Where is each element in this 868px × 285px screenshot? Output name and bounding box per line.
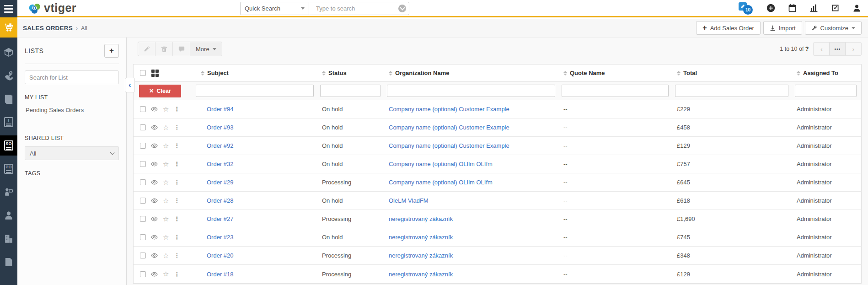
kebab-menu-icon[interactable]: ⋮ — [174, 197, 180, 204]
row-checkbox[interactable] — [140, 271, 146, 277]
filter-input-total[interactable] — [675, 85, 788, 97]
kebab-menu-icon[interactable]: ⋮ — [174, 271, 180, 278]
grid-view-icon[interactable] — [151, 70, 159, 77]
select-all-checkbox[interactable] — [140, 70, 146, 76]
rail-item-invoices[interactable]: $ — [0, 89, 17, 109]
table-row[interactable]: ☆ ⋮ Order #20 Processing neregistrovaný … — [134, 247, 861, 265]
column-header-assigned[interactable]: Assigned To — [793, 70, 861, 76]
breadcrumb-module[interactable]: SALES ORDERS — [23, 25, 73, 32]
notifications-button[interactable]: 10 — [739, 1, 754, 15]
star-icon[interactable]: ☆ — [163, 124, 169, 132]
sidebar-collapse-toggle[interactable]: ‹ — [125, 78, 135, 92]
table-row[interactable]: ☆ ⋮ Order #94 On hold Company name (opti… — [134, 100, 861, 118]
search-options-chevron-icon[interactable] — [398, 5, 406, 12]
preview-eye-icon[interactable] — [151, 272, 158, 277]
subject-link[interactable]: Order #20 — [207, 252, 234, 259]
comment-button[interactable] — [173, 42, 190, 56]
kebab-menu-icon[interactable]: ⋮ — [174, 106, 180, 113]
clear-filters-button[interactable]: ✕Clear — [139, 85, 181, 97]
organization-link[interactable]: neregistrovaný zákazník — [389, 271, 453, 278]
star-icon[interactable]: ☆ — [163, 142, 169, 150]
star-icon[interactable]: ☆ — [163, 233, 169, 242]
filter-input-status[interactable] — [320, 85, 380, 97]
column-header-status[interactable]: Status — [318, 70, 385, 76]
breadcrumb-view[interactable]: All — [81, 25, 87, 32]
search-input[interactable] — [316, 5, 396, 12]
column-header-total[interactable]: Total — [673, 70, 793, 76]
kebab-menu-icon[interactable]: ⋮ — [174, 179, 180, 186]
preview-eye-icon[interactable] — [151, 253, 158, 258]
preview-eye-icon[interactable] — [151, 180, 158, 185]
preview-eye-icon[interactable] — [151, 235, 158, 240]
rail-item-sales-cart[interactable] — [0, 17, 17, 38]
organization-link[interactable]: Company name (optional) OLIlm OLIfm — [389, 161, 493, 167]
subject-link[interactable]: Order #29 — [207, 179, 234, 186]
kebab-menu-icon[interactable]: ⋮ — [174, 234, 180, 241]
star-icon[interactable]: ☆ — [163, 178, 169, 187]
rail-item-sales-orders[interactable]: SO — [0, 135, 17, 156]
preview-eye-icon[interactable] — [151, 198, 158, 203]
rail-item-organizations[interactable] — [0, 229, 17, 249]
page-jump-button[interactable]: ••• — [829, 43, 846, 55]
row-checkbox[interactable] — [140, 143, 146, 149]
column-header-subject[interactable]: Subject — [194, 70, 318, 76]
organization-link[interactable]: neregistrovaný zákazník — [389, 234, 453, 241]
filter-input-subject[interactable] — [196, 85, 314, 97]
subject-link[interactable]: Order #27 — [207, 215, 234, 222]
table-row[interactable]: ☆ ⋮ Order #32 On hold Company name (opti… — [134, 155, 861, 173]
rail-item-products[interactable] — [0, 42, 17, 62]
user-menu-button[interactable] — [852, 3, 862, 13]
star-icon[interactable]: ☆ — [163, 197, 169, 205]
tasks-button[interactable] — [830, 3, 840, 13]
preview-eye-icon[interactable] — [151, 216, 158, 221]
list-search-input[interactable] — [25, 70, 119, 84]
next-page-button[interactable]: › — [846, 43, 861, 55]
table-row[interactable]: ☆ ⋮ Order #28 On hold OleLM VladFM -- £6… — [134, 192, 861, 210]
vtiger-logo[interactable]: vtiger — [27, 1, 76, 15]
organization-link[interactable]: neregistrovaný zákazník — [389, 215, 453, 222]
filter-input-assigned[interactable] — [795, 85, 857, 97]
list-item-pending-sales-orders[interactable]: Pending Sales Orders — [25, 107, 119, 113]
rail-item-services[interactable] — [0, 65, 17, 86]
subject-link[interactable]: Order #28 — [207, 197, 234, 204]
table-row[interactable]: ☆ ⋮ Order #27 Processing neregistrovaný … — [134, 210, 861, 228]
filter-input-quote[interactable] — [562, 85, 669, 97]
column-header-organization[interactable]: Organization Name — [385, 70, 560, 76]
kebab-menu-icon[interactable]: ⋮ — [174, 215, 180, 222]
reports-button[interactable] — [809, 3, 819, 13]
prev-page-button[interactable]: ‹ — [814, 43, 829, 55]
kebab-menu-icon[interactable]: ⋮ — [174, 252, 180, 259]
quick-search-dropdown[interactable]: Quick Search — [241, 2, 309, 15]
subject-link[interactable]: Order #92 — [207, 142, 234, 149]
row-checkbox[interactable] — [140, 234, 146, 240]
star-icon[interactable]: ☆ — [163, 252, 169, 260]
quick-create-button[interactable] — [766, 3, 776, 13]
table-row[interactable]: ☆ ⋮ Order #92 On hold Company name (opti… — [134, 137, 861, 155]
star-icon[interactable]: ☆ — [163, 160, 169, 168]
customize-button[interactable]: Customize — [805, 21, 862, 35]
subject-link[interactable]: Order #18 — [207, 271, 234, 278]
add-sales-order-button[interactable]: + Add Sales Order — [696, 21, 760, 35]
row-checkbox[interactable] — [140, 253, 146, 258]
table-row[interactable]: ☆ ⋮ Order #23 On hold neregistrovaný zák… — [134, 228, 861, 247]
preview-eye-icon[interactable] — [151, 107, 158, 112]
kebab-menu-icon[interactable]: ⋮ — [174, 124, 180, 131]
row-checkbox[interactable] — [140, 179, 146, 185]
table-row[interactable]: ☆ ⋮ Order #18 Processing neregistrovaný … — [134, 265, 861, 283]
rail-item-contacts[interactable] — [0, 205, 17, 226]
shared-list-select[interactable]: All — [25, 146, 119, 160]
rail-item-quotes[interactable]: I — [0, 112, 17, 132]
kebab-menu-icon[interactable]: ⋮ — [174, 142, 180, 149]
organization-link[interactable]: neregistrovaný zákazník — [389, 252, 453, 259]
organization-link[interactable]: Company name (optional) Customer Example — [389, 106, 509, 113]
table-row[interactable]: ☆ ⋮ Order #93 On hold Company name (opti… — [134, 118, 861, 137]
column-header-quote[interactable]: Quote Name — [560, 70, 673, 76]
star-icon[interactable]: ☆ — [163, 270, 169, 278]
subject-link[interactable]: Order #93 — [207, 124, 234, 131]
row-checkbox[interactable] — [140, 216, 146, 222]
organization-link[interactable]: Company name (optional) Customer Example — [389, 142, 509, 149]
subject-link[interactable]: Order #32 — [207, 161, 234, 167]
hamburger-menu-icon[interactable] — [0, 0, 17, 17]
rail-item-assets[interactable] — [0, 252, 17, 272]
calendar-button[interactable] — [788, 3, 797, 13]
